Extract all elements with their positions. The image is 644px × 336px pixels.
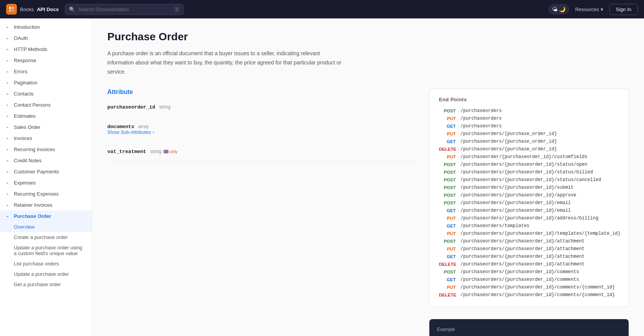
toggle-icon: + (6, 81, 12, 85)
endpoint-path: /purchaseorders/{purchaseorder_id}/statu… (460, 162, 587, 167)
sidebar-item-response[interactable]: +Response (0, 55, 92, 66)
page-title: Purchase Order (107, 31, 629, 43)
endpoint-method: POST (439, 239, 456, 244)
sidebar-item-expenses[interactable]: +Expenses (0, 177, 92, 188)
sidebar-item-invoices[interactable]: +Invoices (0, 133, 92, 144)
sidebar-item-customer-payments[interactable]: +Customer Payments (0, 166, 92, 177)
endpoints-title: End Points (439, 97, 619, 102)
sidebar-subitem-list-purchase-orders[interactable]: List purchase orders (0, 259, 92, 269)
sidebar-item-label: Introduction (14, 24, 40, 30)
toggle-icon: + (6, 136, 12, 141)
toggle-icon: + (6, 47, 12, 52)
endpoint-row: POST/purchaseorders/{purchaseorder_id}/s… (439, 168, 619, 176)
sidebar-item-retainer-invoices[interactable]: +Retainer Invoices (0, 199, 92, 211)
search-input[interactable] (78, 7, 171, 12)
sidebar-item-errors[interactable]: +Errors (0, 66, 92, 77)
left-column: Attribute purchaseorder_id string docume… (107, 89, 420, 336)
endpoint-method: POST (439, 193, 456, 198)
endpoint-row: PUT/purchaseorders/{purchaseorder_id}/ad… (439, 214, 619, 222)
endpoint-method: GET (439, 277, 456, 282)
toggle-icon: + (6, 25, 12, 30)
example-title: Example (437, 327, 621, 332)
sidebar-item-recurring-expenses[interactable]: +Recurring Expenses (0, 188, 92, 199)
attr-type-documents: array (138, 124, 149, 129)
endpoint-row: POST/purchaseorders/{purchaseorder_id}/a… (439, 191, 619, 199)
endpoint-path: /purchaseorders/{purchase_order_id} (460, 131, 557, 137)
attribute-section: Attribute purchaseorder_id string docume… (107, 89, 420, 161)
endpoint-method: PUT (439, 132, 456, 136)
endpoint-row: GET/purchaseorders/{purchaseorder_id}/co… (439, 276, 619, 283)
sidebar-item-label: Contact Persons (14, 102, 51, 108)
resources-button[interactable]: Resources ▾ (575, 7, 603, 12)
sidebar-item-label: Credit Notes (14, 158, 41, 163)
sidebar-item-label: Customer Payments (14, 169, 59, 175)
endpoint-method: POST (439, 201, 456, 205)
attr-flag-vat-treatment: 🇬🇧 only (163, 149, 177, 154)
sidebar-item-label: Pagination (14, 80, 37, 86)
sidebar-item-introduction[interactable]: +Introduction (0, 21, 92, 33)
toggle-icon: + (6, 158, 12, 163)
show-sub-attributes[interactable]: Show Sub-Attributes › (107, 130, 420, 135)
theme-toggle[interactable]: 🌤 🌙 (549, 4, 569, 14)
sidebar-item-label: Sales Order (14, 124, 40, 130)
toggle-icon: + (6, 103, 12, 107)
sidebar-item-label: Expenses (14, 180, 36, 186)
endpoint-row: GET/purchaseorders/{purchase_order_id} (439, 138, 619, 145)
sidebar-subitem-get-purchase-order[interactable]: Get a purchase order (0, 279, 92, 290)
toggle-icon: + (6, 69, 12, 74)
sidebar-item-contacts[interactable]: +Contacts (0, 88, 92, 99)
toggle-icon: + (6, 58, 12, 63)
resources-label: Resources (575, 7, 599, 12)
endpoint-row: DELETE/purchaseorders/{purchaseorder_id}… (439, 260, 619, 268)
sidebar-item-oauth[interactable]: +OAuth (0, 33, 92, 44)
svg-rect-1 (12, 7, 14, 9)
sidebar-subitem-update-purchase-order-custom[interactable]: Update a purchase order using a custom f… (0, 242, 92, 259)
endpoint-path: /purchaseorders/templates (460, 223, 529, 229)
endpoint-row: PUT/purchaseorders (439, 115, 619, 122)
endpoint-method: POST (439, 178, 456, 182)
main-layout: +Introduction+OAuth+HTTP Methods+Respons… (0, 18, 644, 336)
sidebar-subitem-overview[interactable]: Overview (0, 222, 92, 232)
endpoint-row: POST/purchaseorders/{purchaseorder_id}/s… (439, 176, 619, 184)
endpoint-path: /purchaseorders (460, 116, 502, 121)
endpoint-row: GET/purchaseorders/{purchaseorder_id}/em… (439, 207, 619, 214)
sidebar-item-http-methods[interactable]: +HTTP Methods (0, 44, 92, 55)
toggle-icon: + (6, 92, 12, 96)
endpoint-path: /purchaseorders/{purchase_order_id} (460, 147, 557, 152)
sidebar-item-credit-notes[interactable]: +Credit Notes (0, 155, 92, 166)
sidebar-item-recurring-invoices[interactable]: +Recurring Invoices (0, 144, 92, 155)
endpoint-path: /purchaseorders/{purchaseorder_id}/templ… (460, 231, 621, 236)
endpoint-method: POST (439, 270, 456, 274)
content-columns: Attribute purchaseorder_id string docume… (107, 89, 629, 336)
endpoint-path: /purchaseorders/{purchaseorder_id}/submi… (460, 185, 573, 190)
sidebar-item-purchase-order[interactable]: −Purchase Order (0, 211, 92, 222)
sidebar-subitem-update-purchase-order[interactable]: Update a purchase order (0, 269, 92, 279)
sidebar-item-sales-order[interactable]: +Sales Order (0, 122, 92, 133)
endpoint-method: PUT (439, 231, 456, 236)
sidebar-item-label: Retainer Invoices (14, 202, 52, 208)
endpoint-row: PUT/purchaseorders/{purchaseorder_id}/at… (439, 245, 619, 253)
search-box[interactable]: 🔍 / (65, 4, 184, 15)
endpoint-row: GET/purchaseorders/templates (439, 222, 619, 230)
sidebar-item-pagination[interactable]: +Pagination (0, 77, 92, 88)
endpoints-list: POST/purchaseordersPUT/purchaseordersGET… (439, 107, 619, 299)
endpoint-method: PUT (439, 285, 456, 290)
toggle-icon: + (6, 125, 12, 130)
endpoint-method: POST (439, 170, 456, 175)
endpoint-path: /purchaseorders/{purchaseorder_id}/statu… (460, 177, 601, 183)
endpoint-row: POST/purchaseorders/{purchaseorder_id}/e… (439, 199, 619, 207)
endpoint-row: PUT/purchaseorders/{purchaseorder_id}/co… (439, 283, 619, 291)
example-panel: Example { "purchaseorder_id": "460000000… (429, 319, 629, 336)
endpoint-method: POST (439, 109, 456, 113)
endpoint-path: /purchaseorders/{purchaseorder_id}/attac… (460, 239, 585, 244)
sidebar-item-label: Response (14, 58, 36, 63)
search-kbd: / (174, 7, 179, 12)
sidebar-item-contact-persons[interactable]: +Contact Persons (0, 99, 92, 110)
endpoint-path: /purchaseorders/{purchaseorder_id}/email (460, 200, 571, 206)
sidebar-item-estimates[interactable]: +Estimates (0, 110, 92, 122)
sidebar-subitem-create-purchase-order[interactable]: Create a purchase order (0, 232, 92, 242)
top-navigation: Books API Docs 🔍 / 🌤 🌙 Resources ▾ Sign … (0, 0, 644, 18)
sidebar-item-label: Recurring Invoices (14, 147, 55, 152)
signin-button[interactable]: Sign In (610, 4, 638, 15)
endpoint-method: PUT (439, 155, 456, 159)
